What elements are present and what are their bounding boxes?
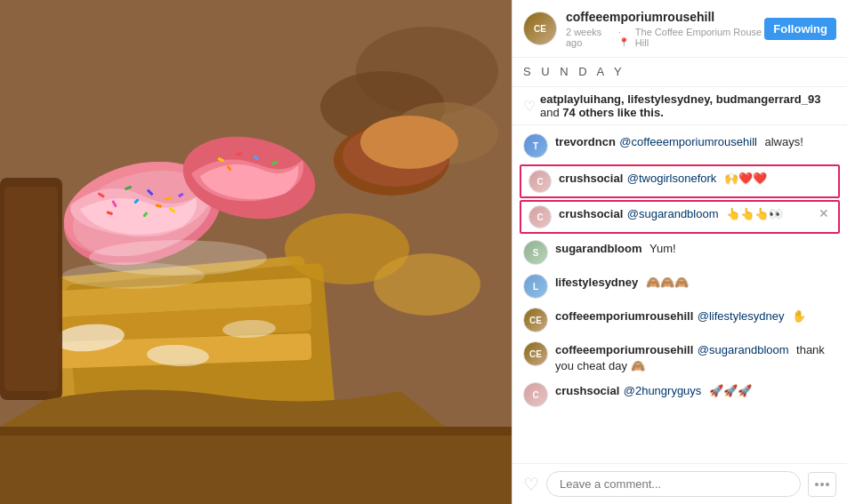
comment-mention[interactable]: @lifestylesydney: [698, 309, 785, 323]
comment-item-highlighted: C crushsocial @twogirlsonefork 🙌❤️❤️: [520, 164, 840, 198]
comment-text: 👆👆👆👀: [726, 207, 783, 220]
comment-text: 🙈🙈🙈: [646, 276, 689, 289]
comment-content: coffeeemporiumrousehill @sugarandbloom t…: [555, 341, 836, 373]
comment-avatar[interactable]: CE: [523, 341, 548, 366]
comment-item: CE coffeeemporiumrousehill @lifestylesyd…: [512, 303, 847, 337]
comment-item: S sugarandbloom Yum!: [512, 236, 847, 269]
likers-names[interactable]: eatplayluihang, lifestylesydney, budmang…: [540, 92, 820, 106]
comment-content: crushsocial @2hungryguys 🚀🚀🚀: [555, 382, 836, 398]
likes-count: 74: [562, 106, 575, 119]
comment-content: trevordncn @coffeeemporiumrousehill alwa…: [555, 133, 836, 149]
post-time: 2 weeks ago: [566, 27, 616, 48]
dot-1: [815, 483, 819, 486]
comment-avatar[interactable]: C: [523, 382, 548, 407]
info-panel: CE coffeeemporiumrousehill 2 weeks ago ·…: [512, 0, 847, 504]
svg-point-34: [360, 116, 458, 169]
svg-rect-42: [0, 436, 512, 504]
footer-heart-icon[interactable]: ♡: [523, 474, 539, 495]
comment-avatar[interactable]: CE: [523, 308, 548, 332]
comment-avatar[interactable]: L: [523, 274, 548, 299]
comment-content: sugarandbloom Yum!: [555, 240, 836, 256]
sunday-text: S U N D A Y: [523, 65, 625, 78]
sunday-section: S U N D A Y: [512, 58, 847, 87]
dot-2: [820, 483, 824, 486]
comment-item-highlighted-2: C crushsocial @sugarandbloom 👆👆👆👀 ✕: [520, 200, 840, 234]
comment-mention[interactable]: @sugarandbloom: [698, 343, 789, 356]
location-pin-icon: · 📍: [618, 28, 633, 47]
poster-username[interactable]: coffeeemporiumrousehill: [566, 10, 714, 24]
comment-content: crushsocial @twogirlsonefork 🙌❤️❤️: [559, 170, 831, 186]
comment-input[interactable]: [546, 471, 801, 497]
comment-text: 🚀🚀🚀: [709, 384, 752, 397]
comment-username[interactable]: coffeeemporiumrousehill: [555, 309, 693, 323]
comment-avatar[interactable]: T: [523, 133, 548, 158]
comment-username[interactable]: coffeeemporiumrousehill: [555, 343, 693, 356]
close-icon[interactable]: ✕: [819, 207, 829, 220]
comment-avatar[interactable]: S: [523, 240, 548, 265]
svg-rect-38: [4, 187, 58, 391]
post-image: [0, 0, 512, 504]
comment-content: lifestylesydney 🙈🙈🙈: [555, 274, 836, 290]
comment-text: always!: [764, 135, 803, 148]
post-header: CE coffeeemporiumrousehill 2 weeks ago ·…: [512, 0, 847, 58]
comment-avatar[interactable]: C: [528, 170, 552, 193]
comment-username[interactable]: sugarandbloom: [555, 242, 642, 255]
comment-username[interactable]: lifestylesydney: [555, 276, 638, 289]
post-footer: ♡: [512, 463, 847, 504]
likes-section: ♡ eatplayluihang, lifestylesydney, budma…: [512, 87, 847, 125]
comment-mention[interactable]: @sugarandbloom: [627, 207, 719, 220]
post-meta: 2 weeks ago · 📍 The Coffee Emporium Rous…: [566, 27, 764, 48]
svg-point-40: [62, 262, 205, 289]
comment-text: ✋: [792, 309, 806, 323]
comment-avatar[interactable]: C: [528, 205, 552, 228]
comment-item: T trevordncn @coffeeemporiumrousehill al…: [512, 129, 847, 163]
comment-mention[interactable]: @twogirlsonefork: [627, 172, 717, 185]
comment-username[interactable]: crushsocial: [559, 207, 623, 220]
comment-mention[interactable]: @coffeeemporiumrousehill: [619, 135, 757, 148]
following-button[interactable]: Following: [764, 18, 836, 40]
svg-point-36: [374, 253, 480, 316]
comment-item: C crushsocial @2hungryguys 🚀🚀🚀: [512, 378, 847, 412]
comment-item: CE coffeeemporiumrousehill @sugarandbloo…: [512, 337, 847, 378]
comment-text: Yum!: [649, 242, 676, 255]
comment-username[interactable]: trevordncn: [555, 135, 616, 148]
comment-item: L lifestylesydney 🙈🙈🙈: [512, 269, 847, 303]
dot-3: [826, 483, 829, 486]
post-location: The Coffee Emporium Rouse Hill: [635, 27, 764, 48]
comment-username[interactable]: crushsocial: [555, 384, 619, 397]
comments-section: T trevordncn @coffeeemporiumrousehill al…: [512, 125, 847, 463]
comment-content: crushsocial @sugarandbloom 👆👆👆👀: [559, 205, 831, 221]
comment-content: coffeeemporiumrousehill @lifestylesydney…: [555, 308, 836, 324]
poster-info: coffeeemporiumrousehill 2 weeks ago · 📍 …: [566, 9, 764, 48]
poster-avatar[interactable]: CE: [523, 12, 557, 45]
likes-heart-icon[interactable]: ♡: [523, 98, 536, 115]
likes-text: eatplayluihang, lifestylesydney, budmang…: [540, 92, 836, 119]
comment-username[interactable]: crushsocial: [559, 172, 623, 185]
more-options-button[interactable]: [808, 472, 836, 497]
comment-mention[interactable]: @2hungryguys: [624, 384, 702, 397]
comment-text: 🙌❤️❤️: [724, 172, 767, 185]
likes-others-text: others like this.: [578, 106, 663, 119]
